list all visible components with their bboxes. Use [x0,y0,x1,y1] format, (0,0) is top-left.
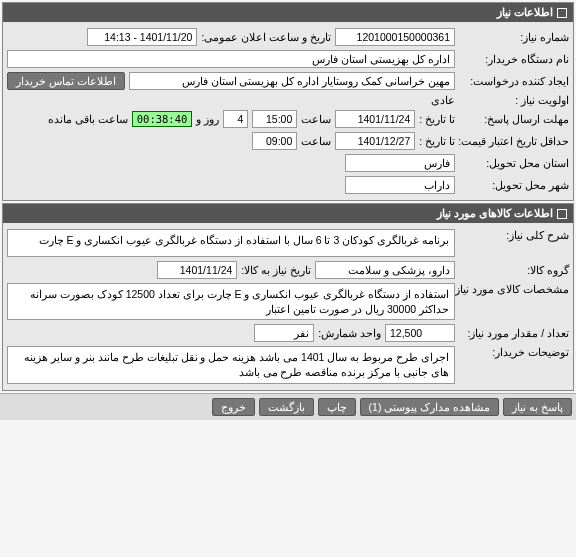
print-button[interactable]: چاپ [318,398,356,416]
desc-label: شرح کلی نیاز: [459,229,569,241]
unit-label: واحد شمارش: [318,327,381,339]
requester-label: ایجاد کننده درخواست: [459,75,569,87]
unit-field: نفر [254,324,314,342]
goods-info-panel: اطلاعات کالاهای مورد نیاز شرح کلی نیاز: … [2,203,574,391]
need-date-field: 1401/11/24 [157,261,237,279]
spec-label: مشخصات کالای مورد نیاز: [459,283,569,295]
days-label: روز و [196,113,219,125]
deliver-prov-field: فارس [345,154,455,172]
buyer-field: اداره کل بهزیستی استان فارس [7,50,455,68]
qty-field: 12,500 [385,324,455,342]
buyer-note-label: توضیحات خریدار: [459,346,569,358]
group-label: گروه کالا: [459,264,569,276]
panel-body-goods: شرح کلی نیاز: برنامه غربالگری کودکان 3 ت… [3,223,573,390]
group-field: دارو، پزشکی و سلامت [315,261,455,279]
deliver-city-field: داراب [345,176,455,194]
action-bar: پاسخ به نیاز مشاهده مدارک پیوستی (1) چاپ… [0,393,576,420]
buyer-label: نام دستگاه خریدار: [459,53,569,65]
countdown-timer: 00:38:40 [132,111,193,127]
price-date-field: 1401/12/27 [335,132,415,150]
exit-button[interactable]: خروج [212,398,255,416]
need-no-field: 1201000150000361 [335,28,455,46]
price-deadline-label: حداقل تاریخ اعتبار قیمت: [459,135,569,147]
requester-field: مهین خراسانی کمک روستایار اداره کل بهزیس… [129,72,455,90]
need-date-label: تاریخ نیاز به کالا: [241,264,311,276]
need-no-label: شماره نیاز: [459,31,569,43]
deliver-city-label: شهر محل تحویل: [459,179,569,191]
panel-title-goods: اطلاعات کالاهای مورد نیاز [437,207,553,220]
contact-buyer-button[interactable]: اطلاعات تماس خریدار [7,72,125,90]
price-time-field: 09:00 [252,132,297,150]
publish-label: تاریخ و ساعت اعلان عمومی: [201,31,331,43]
desc-field: برنامه غربالگری کودکان 3 تا 6 سال با است… [7,229,455,257]
collapse-icon [557,209,567,219]
reply-deadline-label: مهلت ارسال پاسخ: [459,113,569,125]
priority-label: اولویت نیاز : [459,94,569,106]
to-date-label-2: تا تاریخ : [419,135,455,147]
deliver-prov-label: استان محل تحویل: [459,157,569,169]
need-info-panel: اطلاعات نیاز شماره نیاز: 120100015000036… [2,2,574,201]
qty-label: تعداد / مقدار مورد نیاز: [459,327,569,339]
time-label-1: ساعت [301,113,331,125]
back-button[interactable]: بازگشت [259,398,314,416]
attachments-button[interactable]: مشاهده مدارک پیوستی (1) [360,398,500,416]
panel-header-need: اطلاعات نیاز [3,3,573,22]
to-date-label-1: تا تاریخ : [419,113,455,125]
reply-button[interactable]: پاسخ به نیاز [503,398,572,416]
spec-field: استفاده از دستگاه غربالگری عیوب انکساری … [7,283,455,320]
panel-body-need: شماره نیاز: 1201000150000361 تاریخ و ساع… [3,22,573,200]
panel-header-goods: اطلاعات کالاهای مورد نیاز [3,204,573,223]
collapse-icon [557,8,567,18]
publish-field: 1401/11/20 - 14:13 [87,28,197,46]
buyer-note-field: اجرای طرح مربوط به سال 1401 می باشد هزین… [7,346,455,383]
days-field: 4 [223,110,248,128]
time-label-2: ساعت [301,135,331,147]
remain-label: ساعت باقی مانده [48,113,128,125]
priority-val: عادی [431,94,455,106]
panel-title: اطلاعات نیاز [497,6,553,19]
reply-time-field: 15:00 [252,110,297,128]
reply-date-field: 1401/11/24 [335,110,415,128]
